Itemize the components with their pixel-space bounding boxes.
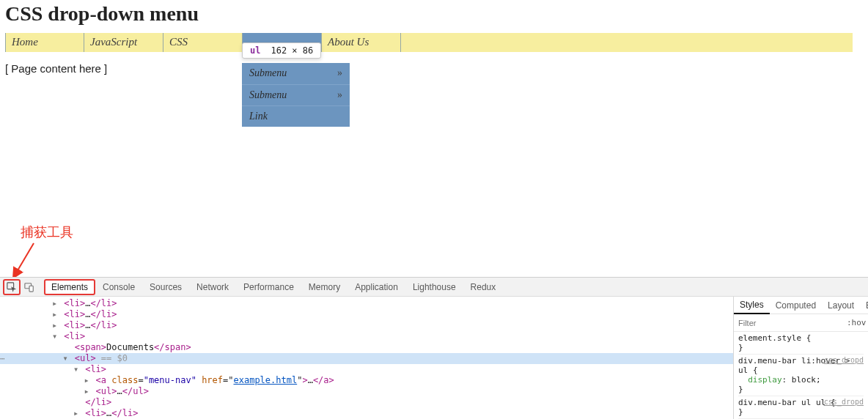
dom-row[interactable]: ▸ <li>…</li> bbox=[0, 309, 733, 320]
styles-tab-styles[interactable]: Styles bbox=[734, 297, 770, 314]
submenu-item[interactable]: Submenu » bbox=[242, 84, 350, 105]
styles-tab-more[interactable]: E bbox=[860, 297, 868, 314]
dom-row[interactable]: ▸ <li>…</li> bbox=[0, 298, 733, 309]
submenu-label: Link bbox=[249, 111, 268, 122]
style-rule[interactable]: css_dropddiv.menu-bar li:hover > ul { di… bbox=[738, 356, 864, 396]
submenu-label: Submenu bbox=[249, 89, 287, 100]
dom-tree[interactable]: ⋯ ▸ <li>…</li> ▸ <li>…</li> ▸ <li>…</li>… bbox=[0, 297, 733, 419]
chevron-right-icon: » bbox=[337, 89, 342, 101]
menu-item-css[interactable]: CSS bbox=[163, 33, 243, 52]
menu-bar: Home JavaScript CSS About Us bbox=[5, 33, 853, 52]
style-rule[interactable]: css_dropddiv.menu-bar ul ul {} bbox=[738, 398, 864, 419]
tab-application[interactable]: Application bbox=[347, 279, 405, 295]
menu-item-javascript[interactable]: JavaScript bbox=[84, 33, 163, 52]
gutter-ellipsis-icon[interactable]: ⋯ bbox=[0, 353, 5, 364]
rule-origin[interactable]: css_dropd bbox=[824, 356, 864, 364]
submenu-label: Submenu bbox=[249, 67, 287, 78]
device-toolbar-icon[interactable] bbox=[21, 279, 38, 295]
submenu: Submenu » Submenu » Link bbox=[242, 63, 350, 127]
devtools: Elements Console Sources Network Perform… bbox=[0, 277, 868, 419]
tab-memory[interactable]: Memory bbox=[301, 279, 347, 295]
dom-row[interactable]: ▾ <ul> == $0 bbox=[0, 353, 733, 364]
styles-tabbar: Styles Computed Layout E bbox=[734, 297, 868, 314]
rule-origin[interactable]: css_dropd bbox=[824, 398, 864, 406]
styles-rules[interactable]: element.style {}css_dropddiv.menu-bar li… bbox=[734, 332, 868, 419]
tab-console[interactable]: Console bbox=[95, 279, 142, 295]
menu-item-about[interactable]: About Us bbox=[322, 33, 401, 52]
dom-row[interactable]: ▾ <li> bbox=[0, 331, 733, 342]
dom-row[interactable]: ▾ <li> bbox=[0, 364, 733, 375]
submenu-item[interactable]: Link bbox=[242, 105, 350, 127]
inspect-tooltip-dims: 162 × 86 bbox=[271, 45, 313, 56]
inspect-tooltip-tag: ul bbox=[250, 45, 260, 56]
tab-sources[interactable]: Sources bbox=[142, 279, 189, 295]
dom-row[interactable]: ▸ <li>…</li> bbox=[0, 320, 733, 331]
dom-row[interactable]: ▸ <li>…</li> bbox=[0, 408, 733, 419]
chevron-right-icon: » bbox=[337, 67, 342, 79]
hov-toggle[interactable]: :hov bbox=[844, 316, 868, 329]
inspect-tooltip: ul 162 × 86 bbox=[242, 42, 321, 59]
dom-row[interactable]: ▸ <a class="menu-nav" href="example.html… bbox=[0, 375, 733, 386]
page-title: CSS drop-down menu bbox=[0, 0, 868, 33]
page-content: [ Page content here ] bbox=[0, 52, 868, 85]
annotation-label: 捕获工具 bbox=[21, 223, 73, 241]
dom-row[interactable]: </li> bbox=[0, 397, 733, 408]
dom-row[interactable]: <span>Documents</span> bbox=[0, 342, 733, 353]
svg-rect-3 bbox=[29, 286, 33, 292]
tab-lighthouse[interactable]: Lighthouse bbox=[405, 279, 463, 295]
styles-pane: Styles Computed Layout E :hov element.st… bbox=[733, 297, 868, 419]
tab-redux[interactable]: Redux bbox=[463, 279, 504, 295]
inspect-element-icon[interactable] bbox=[3, 279, 21, 295]
menu-item-home[interactable]: Home bbox=[5, 33, 84, 52]
svg-line-0 bbox=[15, 243, 34, 275]
tab-network[interactable]: Network bbox=[189, 279, 236, 295]
dom-row[interactable]: ▸ <ul>…</ul> bbox=[0, 386, 733, 397]
styles-tab-computed[interactable]: Computed bbox=[770, 297, 822, 314]
devtools-tabbar: Elements Console Sources Network Perform… bbox=[0, 278, 868, 297]
style-rule[interactable]: element.style {} bbox=[738, 333, 864, 355]
annotation-arrow-icon bbox=[12, 242, 41, 282]
menu-spacer bbox=[401, 33, 853, 52]
submenu-item[interactable]: Submenu » bbox=[242, 63, 350, 84]
tab-elements[interactable]: Elements bbox=[44, 279, 95, 295]
styles-filter-input[interactable] bbox=[734, 317, 844, 329]
styles-tab-layout[interactable]: Layout bbox=[822, 297, 860, 314]
tab-performance[interactable]: Performance bbox=[236, 279, 301, 295]
